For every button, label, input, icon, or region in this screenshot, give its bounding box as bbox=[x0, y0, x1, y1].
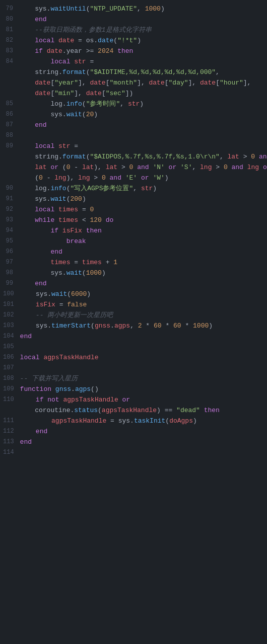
line-num-106: 106 bbox=[0, 353, 20, 362]
line-content-90: log.info("写入AGPS参考位置", str) bbox=[19, 184, 267, 194]
line-content-89: local str = bbox=[19, 141, 267, 152]
code-line-110: 110 if not agpsTaskHandle or bbox=[0, 395, 267, 406]
line-num-91: 91 bbox=[0, 194, 19, 204]
line-num-97: 97 bbox=[0, 258, 19, 267]
code-line-99: 99 end bbox=[0, 279, 267, 289]
line-content-111: agpsTaskHandle = sys.taskInit(doAgps) bbox=[20, 416, 267, 427]
code-line-84: 84 local str = bbox=[0, 57, 267, 67]
line-num-93: 93 bbox=[0, 215, 19, 225]
code-line-85: 85 log.info("参考时间", str) bbox=[0, 99, 267, 110]
line-content-96: end bbox=[19, 247, 267, 258]
line-num-79: 79 bbox=[0, 4, 19, 14]
code-line-84c: date["year"], date["month"], date["day"]… bbox=[0, 78, 267, 89]
line-content-110: if not agpsTaskHandle or bbox=[20, 395, 267, 406]
line-num-108: 108 bbox=[0, 374, 20, 383]
code-line-89d: (0 - lng), lng > 0 and 'E' or 'W') bbox=[0, 173, 267, 184]
line-content-113: end bbox=[20, 437, 267, 448]
code-line-102: 102 -- 两小时更新一次星历吧 bbox=[0, 310, 267, 321]
code-line-111: 111 agpsTaskHandle = sys.taskInit(doAgps… bbox=[0, 416, 267, 427]
line-content-79: sys.waitUntil("NTP_UPDATE", 1000) bbox=[19, 4, 267, 15]
line-content-98: sys.wait(1000) bbox=[19, 268, 267, 279]
line-num-114: 114 bbox=[0, 448, 20, 457]
code-line-98: 98 sys.wait(1000) bbox=[0, 268, 267, 279]
code-line-108: 108 -- 下载并写入星历 bbox=[0, 374, 267, 384]
line-content-92: local times = 0 bbox=[19, 205, 267, 215]
code-editor: 79 sys.waitUntil("NTP_UPDATE", 1000) 80 … bbox=[0, 0, 267, 462]
line-num-109: 109 bbox=[0, 384, 20, 394]
code-line-106: 106 local agpsTaskHandle bbox=[0, 353, 267, 363]
line-content-112: end bbox=[20, 427, 267, 437]
code-line-110b: coroutine.status(agpsTaskHandle) == "dea… bbox=[0, 406, 267, 416]
line-content-114 bbox=[20, 448, 267, 458]
line-num-83: 83 bbox=[0, 46, 19, 56]
line-num-80: 80 bbox=[0, 15, 19, 24]
code-line-114: 114 bbox=[0, 448, 267, 458]
code-line-80: 80 end bbox=[0, 15, 267, 25]
code-line-89c: lat or (0 - lat), lat > 0 and 'N' or 'S'… bbox=[0, 163, 267, 173]
line-num-110: 110 bbox=[0, 395, 20, 405]
line-num-86: 86 bbox=[0, 110, 19, 119]
line-num-101: 101 bbox=[0, 300, 20, 309]
line-content-87: end bbox=[19, 120, 267, 131]
line-content-91: sys.wait(200) bbox=[19, 194, 267, 205]
code-line-96: 96 end bbox=[0, 247, 267, 258]
line-num-84: 84 bbox=[0, 57, 19, 66]
line-content-97: times = times + 1 bbox=[19, 258, 267, 268]
line-content-82: local date = os.date("!*t") bbox=[19, 36, 267, 46]
line-num-103: 103 bbox=[0, 321, 20, 331]
code-line-112: 112 end bbox=[0, 427, 267, 437]
code-line-100: 100 sys.wait(6000) bbox=[0, 289, 267, 300]
line-num-104: 104 bbox=[0, 332, 20, 341]
line-content-110b: coroutine.status(agpsTaskHandle) == "dea… bbox=[19, 406, 267, 416]
line-content-89c: lat or (0 - lat), lat > 0 and 'N' or 'S'… bbox=[19, 163, 267, 173]
line-content-106: local agpsTaskHandle bbox=[20, 353, 267, 363]
line-content-100: sys.wait(6000) bbox=[20, 289, 267, 300]
line-num-107: 107 bbox=[0, 363, 20, 373]
line-num-113: 113 bbox=[0, 437, 20, 447]
line-content-103: sys.timerStart(gnss.agps, 2 * 60 * 60 * … bbox=[20, 321, 267, 332]
line-content-99: end bbox=[19, 279, 267, 289]
code-line-84d: date["min"], date["sec"]) bbox=[0, 89, 267, 99]
line-content-83: if date.year >= 2024 then bbox=[19, 46, 267, 57]
code-line-109: 109 function gnss.agps() bbox=[0, 384, 267, 395]
code-line-91: 91 sys.wait(200) bbox=[0, 194, 267, 205]
code-line-94: 94 if isFix then bbox=[0, 226, 267, 236]
line-content-86: sys.wait(20) bbox=[19, 110, 267, 120]
code-line-88: 88 bbox=[0, 131, 267, 141]
line-content-94: if isFix then bbox=[19, 226, 267, 236]
code-line-79: 79 sys.waitUntil("NTP_UPDATE", 1000) bbox=[0, 4, 267, 15]
line-content-107 bbox=[20, 363, 267, 374]
line-content-80: end bbox=[19, 15, 267, 25]
line-content-88 bbox=[19, 131, 267, 141]
line-num-100: 100 bbox=[0, 289, 20, 299]
code-line-95: 95 break bbox=[0, 236, 267, 247]
line-content-89b: string.format("$AIDPOS,%.7f,%s,%.7f,%s,1… bbox=[19, 152, 267, 163]
line-content-84d: date["min"], date["sec"]) bbox=[19, 89, 267, 99]
code-line-84b: string.format("$AIDTIME,%d,%d,%d,%d,%d,%… bbox=[0, 67, 267, 78]
line-num-85: 85 bbox=[0, 99, 19, 109]
code-line-101: 101 isFix = false bbox=[0, 300, 267, 310]
line-num-95: 95 bbox=[0, 236, 19, 246]
code-line-89: 89 local str = bbox=[0, 141, 267, 152]
line-num-81: 81 bbox=[0, 25, 19, 35]
code-line-97: 97 times = times + 1 bbox=[0, 258, 267, 268]
code-line-107: 107 bbox=[0, 363, 267, 374]
line-content-102: -- 两小时更新一次星历吧 bbox=[20, 310, 267, 321]
line-content-84b: string.format("$AIDTIME,%d,%d,%d,%d,%d,%… bbox=[19, 67, 267, 78]
line-content-104: end bbox=[20, 332, 267, 342]
code-line-87: 87 end bbox=[0, 120, 267, 131]
code-line-93: 93 while times < 120 do bbox=[0, 215, 267, 226]
line-content-81: --获取日期函数，参数1是格式化字符串 bbox=[19, 25, 267, 36]
line-num-82: 82 bbox=[0, 36, 19, 45]
code-line-90: 90 log.info("写入AGPS参考位置", str) bbox=[0, 184, 267, 194]
line-num-105: 105 bbox=[0, 342, 20, 352]
line-content-93: while times < 120 do bbox=[19, 215, 267, 226]
line-num-92: 92 bbox=[0, 205, 19, 214]
line-content-85: log.info("参考时间", str) bbox=[19, 99, 267, 110]
line-num-89: 89 bbox=[0, 141, 19, 151]
code-line-103: 103 sys.timerStart(gnss.agps, 2 * 60 * 6… bbox=[0, 321, 267, 332]
code-line-104: 104 end bbox=[0, 332, 267, 342]
line-num-98: 98 bbox=[0, 268, 19, 278]
code-line-83: 83 if date.year >= 2024 then bbox=[0, 46, 267, 57]
line-num-99: 99 bbox=[0, 279, 19, 288]
